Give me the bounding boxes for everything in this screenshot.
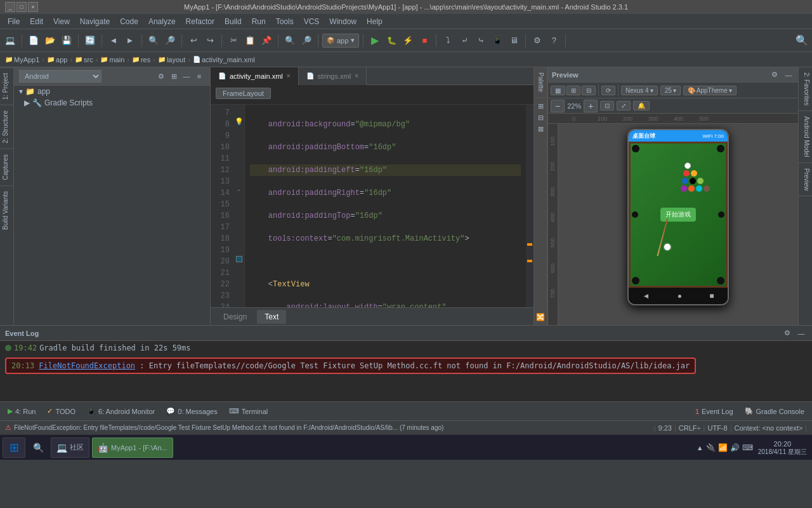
tab-text[interactable]: Text <box>257 310 286 324</box>
debug-btn[interactable]: 🐛 <box>384 33 399 48</box>
palette-btn4[interactable]: 🔀 <box>535 311 546 323</box>
palette-label[interactable]: Palette <box>535 67 546 98</box>
menu-refactor[interactable]: Refactor <box>181 16 219 27</box>
tab-design[interactable]: Design <box>216 310 254 324</box>
zoom-in-btn[interactable]: + <box>584 100 598 112</box>
tb-redo[interactable]: ↪ <box>202 33 218 48</box>
bc-app[interactable]: 📁 app <box>47 56 67 64</box>
palette-btn2[interactable]: ⊟ <box>535 112 546 123</box>
bc-layout[interactable]: 📁 layout <box>158 56 185 64</box>
panel-label-build-variants[interactable]: Build Variants <box>0 185 13 235</box>
tb-sync[interactable]: 🔄 <box>82 33 98 48</box>
palette-btn3[interactable]: ⊠ <box>535 123 546 135</box>
collapse-icon[interactable]: — <box>181 70 192 82</box>
tb-back[interactable]: ◄ <box>106 33 121 48</box>
menu-view[interactable]: View <box>48 16 75 27</box>
bc-myapp1[interactable]: 📁 MyApp1 <box>5 56 39 64</box>
tb-open[interactable]: 📂 <box>43 33 58 48</box>
menu-build[interactable]: Build <box>219 16 247 27</box>
theme-dropdown[interactable]: 🎨 AppTheme ▾ <box>683 86 737 95</box>
zoom-out-btn[interactable]: − <box>551 100 565 112</box>
gutter-fold[interactable]: - <box>233 185 244 196</box>
menu-vcs[interactable]: VCS <box>299 16 325 27</box>
event-log-settings[interactable]: ⚙ <box>782 328 793 339</box>
bc-src[interactable]: 📁 src <box>75 56 93 64</box>
tb-paste[interactable]: 📌 <box>259 33 274 48</box>
step-out[interactable]: ⤷ <box>473 33 488 48</box>
menu-navigate[interactable]: Navigate <box>75 16 115 27</box>
tab-android-monitor[interactable]: 📱 6: Android Monitor <box>82 406 160 417</box>
event-log-close[interactable]: — <box>796 328 807 339</box>
tab-todo[interactable]: ✓ TODO <box>42 406 81 417</box>
error-link[interactable]: FileNotFoundException <box>39 361 135 370</box>
android-selector[interactable]: Android <box>19 70 102 83</box>
bc-res[interactable]: 📁 res <box>132 56 150 64</box>
tree-item-app[interactable]: ▾ 📁 app <box>14 86 210 97</box>
tray-up[interactable]: ▲ <box>697 444 704 451</box>
maximize-btn[interactable]: □ <box>16 2 27 12</box>
menu-file[interactable]: File <box>3 16 25 27</box>
step-into[interactable]: ⤶ <box>457 33 472 48</box>
profile-btn[interactable]: ⚡ <box>400 33 416 48</box>
menu-help[interactable]: Help <box>362 16 388 27</box>
menu-run[interactable]: Run <box>247 16 271 27</box>
bc-file[interactable]: 📄 activity_main.xml <box>193 56 255 64</box>
preview-close[interactable]: — <box>783 69 794 81</box>
step-over[interactable]: ⤵ <box>440 33 455 48</box>
start-button-taskbar[interactable]: ⊞ <box>3 438 25 458</box>
tb-search2[interactable]: 🔎 <box>162 33 178 48</box>
menu-window[interactable]: Window <box>324 16 362 27</box>
menu-edit[interactable]: Edit <box>25 16 48 27</box>
panel-label-preview[interactable]: Preview <box>799 163 812 197</box>
tb-search[interactable]: 🔍 <box>146 33 161 48</box>
preview-rotate[interactable]: ⟳ <box>601 86 615 95</box>
tab-run[interactable]: ▶ 4: Run <box>3 406 41 417</box>
menu-analyze[interactable]: Analyze <box>143 16 181 27</box>
preview-grid3[interactable]: ⊟ <box>582 86 596 95</box>
tab-gradle-console[interactable]: 🐘 Gradle Console <box>740 406 809 417</box>
settings-btn[interactable]: ⚙ <box>530 33 545 48</box>
api-dropdown[interactable]: 25 ▾ <box>660 86 681 95</box>
taskbar-android-studio[interactable]: 🤖 MyApp1 - [F:\An... <box>92 438 173 458</box>
close-btn[interactable]: × <box>28 2 38 12</box>
tb-cut[interactable]: ✂ <box>226 33 241 48</box>
bc-main[interactable]: 📁 main <box>100 56 124 64</box>
tab-terminal[interactable]: ⌨ Terminal <box>224 406 273 417</box>
gutter-lightbulb[interactable]: 💡 <box>233 116 244 128</box>
settings-icon[interactable]: ≡ <box>193 70 205 82</box>
tab-activity-main[interactable]: 📄 activity_main.xml × <box>211 67 299 85</box>
tb-zoom-in[interactable]: 🔍 <box>282 33 298 48</box>
menu-tools[interactable]: Tools <box>271 16 299 27</box>
tb-undo[interactable]: ↩ <box>186 33 201 48</box>
zoom-resize[interactable]: ⤢ <box>617 101 631 110</box>
device-dropdown[interactable]: Nexus 4 ▾ <box>621 86 658 95</box>
sdk-mgr[interactable]: 📱 <box>490 33 505 48</box>
menu-code[interactable]: Code <box>115 16 143 27</box>
tab-strings[interactable]: 📄 strings.xml × <box>299 67 367 85</box>
sync-icon[interactable]: ⚙ <box>155 70 167 82</box>
panel-label-structure[interactable]: 2: Structure <box>0 105 13 149</box>
preview-settings[interactable]: ⚙ <box>769 69 780 81</box>
tree-item-gradle[interactable]: ▶ 🔧 Gradle Scripts <box>14 97 210 109</box>
help-btn[interactable]: ? <box>546 33 561 48</box>
panel-label-project[interactable]: 1: Project <box>0 67 13 105</box>
app-dropdown[interactable]: 📦 app ▾ <box>322 34 359 48</box>
tb-zoom-out[interactable]: 🔎 <box>299 33 314 48</box>
framelayout-tab[interactable]: FrameLayout <box>216 88 271 99</box>
expand-icon[interactable]: ⊞ <box>168 70 180 82</box>
tb-forward[interactable]: ► <box>122 33 138 48</box>
panel-label-favorites[interactable]: 2: Favorites <box>799 67 812 111</box>
zoom-fit[interactable]: ⊡ <box>600 101 614 110</box>
stop-btn[interactable]: ■ <box>417 33 432 48</box>
palette-btn1[interactable]: ⊞ <box>535 100 546 112</box>
tab-messages[interactable]: 💬 0: Messages <box>161 406 222 417</box>
run-btn[interactable]: ▶ <box>367 33 383 48</box>
panel-label-android-model[interactable]: Android Model <box>799 111 812 163</box>
refresh-btn[interactable]: 🔔 <box>633 101 650 110</box>
tab-close-activity-main[interactable]: × <box>287 72 291 79</box>
code-content[interactable]: android:background="@mipmap/bg" android:… <box>245 105 526 307</box>
preview-grid2[interactable]: ⊞ <box>566 86 580 95</box>
tb-new[interactable]: 📄 <box>26 33 41 48</box>
clock[interactable]: 20:20 2018/4/11 星期三 <box>756 439 809 456</box>
tb-copy[interactable]: 📋 <box>242 33 258 48</box>
